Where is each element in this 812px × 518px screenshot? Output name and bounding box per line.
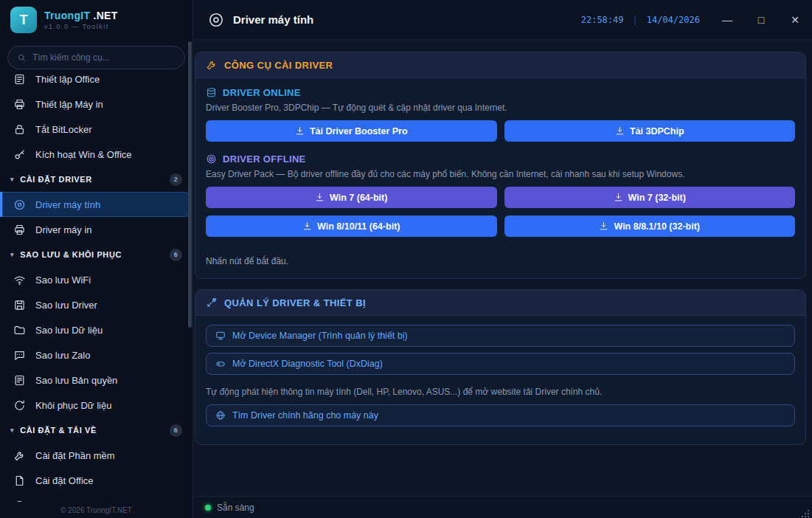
status-bar: Sẵn sàng <box>193 496 812 518</box>
tool-status-text: Nhấn nút để bắt đầu. <box>206 256 795 266</box>
sidebar-item-kich-hoat-win-office[interactable]: Kích hoạt Win & Office <box>0 142 190 167</box>
find-official-driver-button[interactable]: Tìm Driver chính hãng cho máy này <box>206 404 795 427</box>
wifi-icon <box>13 274 26 286</box>
driver-online-title: DRIVER ONLINE <box>206 87 795 98</box>
app-logo: T <box>10 7 37 33</box>
sidebar-section-sao-luu-khoi-phuc[interactable]: ▾ SAO LƯU & KHÔI PHỤC 6 <box>0 242 192 267</box>
sidebar-item-label: Driver máy tính <box>35 199 100 210</box>
close-button[interactable]: ✕ <box>778 0 812 40</box>
card-device-management-header: QUẢN LÝ DRIVER & THIẾT BỊ <box>195 290 805 316</box>
win7-64-button[interactable]: Win 7 (64-bit) <box>206 187 497 208</box>
titlebar: Driver máy tính 22:58:49 | 14/04/2026 — … <box>193 0 812 40</box>
count-badge: 6 <box>170 424 182 437</box>
page-icon <box>13 474 26 487</box>
count-badge: 6 <box>170 249 182 261</box>
sidebar-item-driver-may-in[interactable]: Driver máy in <box>0 217 190 242</box>
date-value: 14/04/2026 <box>647 15 700 25</box>
resize-grip-icon[interactable] <box>801 508 810 517</box>
printer-icon <box>13 98 26 111</box>
download-driver-booster-button[interactable]: Tải Driver Booster Pro <box>206 120 497 142</box>
sidebar-item-label: Sao lưu Dữ liệu <box>35 325 103 336</box>
button-label: Win 7 (64-bit) <box>330 193 387 203</box>
search-input[interactable] <box>32 52 176 63</box>
section-label: CÀI ĐẶT & TẢI VỀ <box>20 426 164 435</box>
sidebar-item-cai-dat-phan-mem[interactable]: Cài đặt Phần mềm <box>0 443 190 468</box>
sidebar-item-label: Kích hoạt Win & Office <box>35 149 132 160</box>
sidebar-item-driver-may-tinh[interactable]: Driver máy tính <box>0 192 190 217</box>
globe-icon <box>215 410 226 421</box>
sidebar-item-label: Cài đặt Office <box>35 475 94 486</box>
wrench-icon <box>13 449 26 462</box>
wrench-icon <box>206 59 218 71</box>
chevron-down-icon: ▾ <box>10 251 14 258</box>
sidebar-section-cai-dat-driver[interactable]: ▾ CÀI ĐẶT DRIVER 2 <box>0 167 192 192</box>
open-dxdiag-button[interactable]: Mở DirectX Diagnostic Tool (DxDiag) <box>206 353 795 375</box>
driver-offline-desc: Easy Driver Pack — Bộ driver offline đầy… <box>206 169 795 179</box>
download-icon <box>302 221 312 231</box>
disc-icon <box>13 198 26 211</box>
brand-name: TruongIT .NET <box>44 10 118 21</box>
driver-offline-block: DRIVER OFFLINE Easy Driver Pack — Bộ dri… <box>206 153 795 237</box>
offline-buttons-grid: Win 7 (64-bit) Win 7 (32-bit) Win 8/10/1… <box>206 187 795 237</box>
auto-detect-note: Tự động phát hiện thông tin máy tính (De… <box>206 387 795 397</box>
open-device-manager-button[interactable]: Mở Device Manager (Trình quản lý thiết b… <box>206 325 795 347</box>
sidebar-item-tat-bitlocker[interactable]: Tắt BitLocker <box>0 117 190 142</box>
sidebar-item-sao-luu-du-lieu[interactable]: Sao lưu Dữ liệu <box>0 317 190 342</box>
sidebar-item-thiet-lap-may-in[interactable]: Thiết lập Máy in <box>0 91 190 117</box>
win7-32-button[interactable]: Win 7 (32-bit) <box>504 187 796 208</box>
section-label: CÀI ĐẶT DRIVER <box>20 175 164 184</box>
sidebar-item-sao-luu-zalo[interactable]: Sao lưu Zalo <box>0 342 190 367</box>
license-icon <box>13 374 26 387</box>
win8110-32-button[interactable]: Win 8/8.1/10 (32-bit) <box>504 215 796 237</box>
disc-icon <box>208 12 224 28</box>
download-3dpchip-button[interactable]: Tải 3DPChip <box>504 120 796 142</box>
sidebar-item-sao-luu-ban-quyen[interactable]: Sao lưu Bản quyền <box>0 367 190 393</box>
app-window: T TruongIT .NET v1.0.0 — Toolkit Thiết l… <box>0 0 812 518</box>
download-icon <box>599 221 608 231</box>
download-icon <box>295 126 305 136</box>
card-header-label: QUẢN LÝ DRIVER & THIẾT BỊ <box>224 297 366 308</box>
sidebar-item-label: Driver máy in <box>35 224 92 235</box>
card-header-label: CÔNG CỤ CÀI DRIVER <box>224 60 333 71</box>
sidebar-item-label: Sao lưu Driver <box>35 300 97 311</box>
target-icon <box>206 153 217 165</box>
section-title-label: DRIVER OFFLINE <box>223 153 306 165</box>
sidebar-item-label: Tắt BitLocker <box>35 124 92 135</box>
button-label: Win 8/8.1/10 (32-bit) <box>614 221 700 232</box>
sidebar-item-label: Khôi phục Dữ liệu <box>35 400 111 411</box>
sidebar-item-label: Sao lưu WiFi <box>35 274 91 286</box>
monitor-icon <box>215 331 226 341</box>
main-panel: Driver máy tính 22:58:49 | 14/04/2026 — … <box>193 0 812 518</box>
ready-status-dot <box>205 505 211 511</box>
printer-icon <box>13 224 26 236</box>
sidebar-item-khoi-phuc-du-lieu[interactable]: Khôi phục Dữ liệu <box>0 393 190 418</box>
download-icon <box>315 193 325 202</box>
sidebar-item-thiet-lap-office[interactable]: Thiết lập Office <box>0 74 190 91</box>
win81011-64-button[interactable]: Win 8/10/11 (64-bit) <box>206 215 497 237</box>
download-icon <box>615 126 625 136</box>
button-label: Tải 3DPChip <box>630 126 684 137</box>
sidebar-section-cai-dat-tai-ve[interactable]: ▾ CÀI ĐẶT & TẢI VỀ 6 <box>0 418 192 443</box>
button-label: Mở DirectX Diagnostic Tool (DxDiag) <box>232 359 383 369</box>
maximize-button[interactable]: □ <box>744 0 778 40</box>
search-box[interactable] <box>7 46 185 69</box>
sidebar: T TruongIT .NET v1.0.0 — Toolkit Thiết l… <box>0 0 193 518</box>
sidebar-item-label: Sao lưu Bản quyền <box>35 375 117 386</box>
sidebar-item-sao-luu-wifi[interactable]: Sao lưu WiFi <box>0 267 190 292</box>
sidebar-item-sao-luu-driver[interactable]: Sao lưu Driver <box>0 292 190 317</box>
restore-icon <box>13 399 26 412</box>
brand-tagline: v1.0.0 — Toolkit <box>44 23 118 30</box>
sidebar-scrollbar-thumb[interactable] <box>188 41 192 328</box>
gamepad-icon <box>215 359 226 369</box>
brand-name-primary: TruongIT <box>44 10 90 21</box>
save-icon <box>13 299 26 311</box>
sidebar-item-partial[interactable] <box>0 493 190 502</box>
minimize-button[interactable]: — <box>710 0 744 40</box>
card-device-management-body: Mở Device Manager (Trình quản lý thiết b… <box>195 316 805 444</box>
card-driver-tools-header: CÔNG CỤ CÀI DRIVER <box>195 52 805 78</box>
button-label: Win 7 (32-bit) <box>628 193 686 203</box>
section-label: SAO LƯU & KHÔI PHỤC <box>20 250 164 259</box>
sidebar-item-cai-dat-office[interactable]: Cài đặt Office <box>0 468 190 493</box>
sidebar-item-label: Sao lưu Zalo <box>35 350 90 361</box>
card-device-management: QUẢN LÝ DRIVER & THIẾT BỊ Mở Device Mana… <box>195 289 806 445</box>
